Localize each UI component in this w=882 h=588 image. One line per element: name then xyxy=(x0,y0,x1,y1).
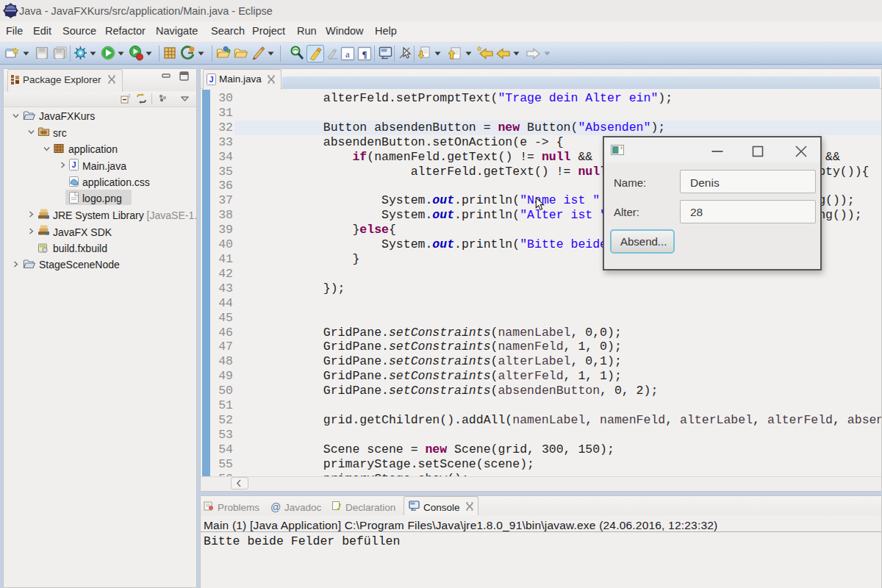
svg-text:¶: ¶ xyxy=(362,49,367,60)
svg-text:J: J xyxy=(209,75,213,84)
svg-text:a: a xyxy=(345,49,350,60)
svg-text:J: J xyxy=(71,160,76,169)
